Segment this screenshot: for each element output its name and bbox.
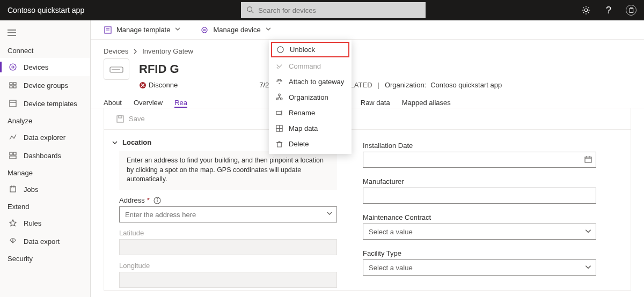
explorer-icon	[9, 133, 17, 142]
sidebar-item-devices[interactable]: Devices	[0, 58, 90, 76]
menu-item-attach[interactable]: Attach to gateway	[269, 74, 352, 90]
svg-rect-10	[10, 83, 12, 85]
svg-rect-33	[117, 116, 123, 122]
svg-rect-12	[10, 86, 12, 88]
installation-date-label: Installation Date	[363, 138, 596, 152]
svg-rect-27	[276, 112, 281, 115]
svg-rect-29	[277, 143, 282, 147]
search-input[interactable]	[258, 6, 420, 14]
svg-rect-38	[585, 157, 591, 162]
sidebar-item-dashboards[interactable]: Dashboards	[0, 146, 90, 165]
status-org-label: Organization:	[385, 81, 426, 89]
sidebar-section-manage: Manage	[0, 165, 90, 180]
settings-icon[interactable]	[581, 5, 591, 16]
menu-item-delete[interactable]: Delete	[269, 136, 352, 152]
search-box[interactable]	[241, 2, 426, 18]
sidebar-section-security: Security	[0, 250, 90, 266]
facility-type-select[interactable]: Select a value	[363, 259, 596, 276]
sidebar-section-analyze: Analyze	[0, 113, 90, 128]
calendar-icon[interactable]	[584, 155, 592, 165]
devices-icon	[9, 63, 17, 71]
manufacturer-label: Manufacturer	[363, 174, 596, 188]
status-org-value: Contoso quickstart app	[430, 81, 502, 89]
sidebar-label-rules: Rules	[24, 219, 41, 227]
manage-template-button[interactable]: Manage template	[104, 26, 181, 34]
latitude-input	[119, 239, 337, 255]
chevron-down-icon	[174, 26, 181, 34]
tab-mapped[interactable]: Mapped aliases	[402, 99, 451, 108]
rules-icon	[9, 219, 17, 227]
manage-device-button[interactable]: Manage device	[200, 26, 271, 34]
menu-item-unblock[interactable]: Unblock	[271, 42, 349, 57]
device-type-icon	[104, 58, 129, 80]
svg-point-37	[157, 198, 158, 199]
chevron-down-icon[interactable]	[584, 263, 592, 272]
sidebar-item-jobs[interactable]: Jobs	[0, 180, 90, 198]
sidebar-item-device-groups[interactable]: Device groups	[0, 76, 90, 94]
sidebar-label-data-explorer: Data explorer	[24, 133, 65, 142]
svg-point-2	[584, 9, 587, 11]
menu-label-organization: Organization	[289, 93, 328, 101]
menu-item-rename[interactable]: Rename	[269, 105, 352, 121]
installation-date-input[interactable]	[363, 152, 596, 168]
svg-rect-34	[119, 116, 122, 118]
maint-contract-label: Maintenance Contract	[363, 210, 596, 224]
svg-point-9	[12, 66, 14, 68]
breadcrumb-leaf[interactable]: Inventory Gatew	[142, 47, 193, 55]
templates-icon	[9, 99, 17, 108]
manufacturer-input[interactable]	[363, 188, 596, 204]
svg-rect-3	[630, 8, 633, 12]
sidebar-label-data-export: Data export	[24, 237, 60, 246]
chevron-down-icon	[265, 26, 272, 34]
sidebar-label-device-groups: Device groups	[24, 81, 68, 90]
device-name: RFID G	[139, 62, 179, 76]
address-input[interactable]	[119, 206, 337, 222]
save-button[interactable]: Save	[116, 115, 145, 123]
tab-overview[interactable]: Overview	[134, 99, 163, 108]
menu-label-delete: Delete	[289, 140, 309, 148]
sidebar-label-jobs: Jobs	[24, 185, 38, 194]
menu-label-rename: Rename	[289, 109, 315, 117]
device-tabs: About Overview Rea Devices Commands Raw …	[91, 89, 644, 108]
tab-about[interactable]: About	[104, 99, 122, 108]
export-icon	[9, 237, 17, 246]
svg-rect-14	[10, 100, 16, 107]
chevron-down-icon[interactable]	[326, 210, 333, 218]
sidebar-item-rules[interactable]: Rules	[0, 214, 90, 232]
longitude-label: Longitude	[109, 255, 337, 272]
sidebar-item-data-export[interactable]: Data export	[0, 232, 90, 250]
sidebar-item-data-explorer[interactable]: Data explorer	[0, 128, 90, 146]
menu-item-organization[interactable]: Organization	[269, 90, 352, 105]
dashboards-icon	[9, 151, 17, 160]
sidebar: Connect Devices Device groups Device tem…	[0, 20, 91, 297]
tab-pane: Save Location Enter an address to find y…	[104, 108, 631, 291]
svg-rect-19	[10, 187, 16, 192]
sidebar-label-dashboards: Dashboards	[24, 152, 61, 160]
chevron-down-icon[interactable]	[584, 227, 592, 236]
svg-rect-4	[630, 7, 632, 8]
menu-item-command: Command	[269, 58, 352, 74]
breadcrumb: Devices Inventory Gatew	[91, 40, 644, 55]
hamburger-icon[interactable]	[0, 26, 90, 42]
sidebar-section-extend: Extend	[0, 198, 90, 214]
account-icon[interactable]	[626, 5, 636, 16]
tab-rea[interactable]: Rea	[174, 99, 187, 108]
help-icon[interactable]: ?	[603, 5, 614, 16]
info-icon[interactable]	[153, 196, 161, 204]
facility-type-label: Facility Type	[363, 246, 596, 259]
svg-rect-11	[13, 83, 16, 85]
address-label: Address*	[109, 190, 337, 207]
latitude-label: Latitude	[109, 222, 337, 239]
jobs-icon	[9, 185, 17, 194]
svg-rect-17	[13, 152, 16, 155]
maint-contract-select[interactable]: Select a value	[363, 224, 596, 240]
tab-rawdata[interactable]: Raw data	[361, 99, 390, 108]
sidebar-item-device-templates[interactable]: Device templates	[0, 94, 90, 113]
breadcrumb-root[interactable]: Devices	[104, 47, 128, 55]
search-icon	[246, 6, 254, 15]
svg-point-22	[204, 29, 206, 31]
sidebar-label-devices: Devices	[24, 63, 48, 71]
status-disconnected: Disconne	[139, 81, 178, 89]
menu-item-mapdata[interactable]: Map data	[269, 121, 352, 136]
location-title: Location	[122, 138, 151, 146]
